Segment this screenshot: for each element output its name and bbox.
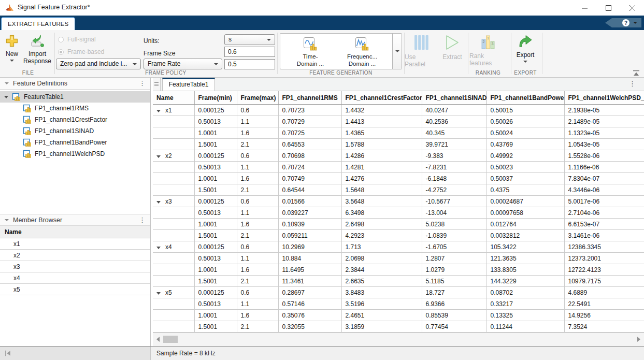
table-cell[interactable]: 0.50026: [486, 116, 564, 127]
table-cell[interactable]: 2.0698: [341, 253, 422, 264]
gallery-dropdown-button[interactable]: [392, 34, 402, 69]
name-cell[interactable]: [153, 139, 194, 150]
table-cell[interactable]: 10.884: [278, 253, 341, 264]
column-header-frame-max-[interactable]: Frame(max): [237, 91, 278, 105]
table-cell[interactable]: 0.50013: [194, 162, 237, 173]
table-cell[interactable]: 1.0279: [422, 264, 486, 276]
column-header-fp1-channel1welchpsd-[interactable]: FP1_channel1WelchPSD_: [564, 91, 644, 105]
scroll-right-icon[interactable]: [637, 337, 640, 342]
table-cell[interactable]: 0.70724: [278, 162, 341, 173]
column-header-name[interactable]: Name: [153, 91, 194, 105]
table-cell[interactable]: 1.4413: [341, 116, 422, 127]
name-cell[interactable]: [153, 310, 194, 321]
table-cell[interactable]: 2.6635: [341, 276, 422, 287]
table-cell[interactable]: 0.6: [237, 105, 278, 116]
table-cell[interactable]: 1.4276: [341, 173, 422, 184]
table-cell[interactable]: 0.6: [237, 150, 278, 162]
frame-rate-input[interactable]: [224, 59, 275, 69]
table-cell[interactable]: 1.0001: [194, 173, 237, 184]
table-cell[interactable]: 1.2807: [422, 253, 486, 264]
name-cell[interactable]: [153, 116, 194, 127]
table-cell[interactable]: 0.000125: [194, 150, 237, 162]
table-cell[interactable]: 11.3461: [278, 276, 341, 287]
table-row[interactable]: x50.0001250.60.286973.848318.7270.087024…: [153, 287, 644, 298]
table-cell[interactable]: 1.6: [237, 310, 278, 321]
name-cell[interactable]: [153, 207, 194, 219]
tree-item-fp1_channel1welchpsd[interactable]: FP1_channel1WelchPSD: [0, 148, 150, 160]
table-cell[interactable]: 1.1323e-05: [564, 127, 644, 139]
table-cell[interactable]: 1.4365: [341, 127, 422, 139]
units-dropdown[interactable]: s: [224, 34, 275, 45]
table-cell[interactable]: 0.50013: [194, 207, 237, 219]
column-header-fp1-channel1bandpower[interactable]: FP1_channel1BandPower: [486, 91, 564, 105]
table-cell[interactable]: 0.6: [237, 196, 278, 207]
table-row[interactable]: 1.00011.60.350762.46510.855390.1332514.9…: [153, 310, 644, 321]
overlap-policy-dropdown[interactable]: Zero-pad and include i...: [56, 59, 141, 69]
frame-rate-dropdown[interactable]: Frame Rate: [144, 59, 222, 69]
table-cell[interactable]: 1.713: [341, 241, 422, 253]
maximize-button[interactable]: [596, 0, 620, 16]
export-button[interactable]: Export: [512, 34, 539, 63]
table-cell[interactable]: 0.85539: [422, 310, 486, 321]
tab-featuretable1[interactable]: FeatureTable1: [162, 78, 215, 91]
table-cell[interactable]: 1.6: [237, 173, 278, 184]
table-cell[interactable]: 5.0017e-06: [564, 196, 644, 207]
table-row[interactable]: 1.00011.60.109392.64985.02380.0127646.61…: [153, 219, 644, 230]
table-cell[interactable]: 10.2969: [278, 241, 341, 253]
table-cell[interactable]: 0.13325: [486, 310, 564, 321]
table-cell[interactable]: -6.1848: [422, 173, 486, 184]
table-cell[interactable]: 4.2923: [341, 230, 422, 241]
table-cell[interactable]: 0.77454: [422, 321, 486, 333]
table-cell[interactable]: 0.08702: [486, 287, 564, 298]
name-cell[interactable]: x5: [153, 287, 194, 298]
table-cell[interactable]: 0.11244: [486, 321, 564, 333]
table-cell[interactable]: 0.50015: [486, 105, 564, 116]
horizontal-scrollbar[interactable]: [153, 333, 644, 346]
new-button[interactable]: New: [3, 34, 21, 62]
table-cell[interactable]: 0.00097658: [486, 207, 564, 219]
table-cell[interactable]: 1.1: [237, 253, 278, 264]
name-cell[interactable]: [153, 321, 194, 333]
rank-features-button[interactable]: 2 1 3 Rank features: [469, 34, 507, 67]
radio-frame-based[interactable]: Frame-based: [58, 48, 104, 55]
table-cell[interactable]: 1.5788: [341, 139, 422, 150]
member-row-x5[interactable]: x5: [0, 284, 150, 295]
table-cell[interactable]: 1.5001: [194, 321, 237, 333]
table-cell[interactable]: 1.0001: [194, 219, 237, 230]
member-row-x2[interactable]: x2: [0, 250, 150, 261]
frame-size-input[interactable]: [224, 47, 275, 57]
table-row[interactable]: 1.50012.10.645441.5648-4.27520.43754.344…: [153, 184, 644, 196]
table-cell[interactable]: 0.70749: [278, 173, 341, 184]
table-cell[interactable]: 0.000125: [194, 287, 237, 298]
table-cell[interactable]: -1.0839: [422, 230, 486, 241]
table-cell[interactable]: -7.8231: [422, 162, 486, 173]
table-cell[interactable]: 0.49992: [486, 150, 564, 162]
name-cell[interactable]: [153, 127, 194, 139]
table-cell[interactable]: 2.1: [237, 184, 278, 196]
table-cell[interactable]: 1.1: [237, 162, 278, 173]
table-cell[interactable]: 2.4651: [341, 310, 422, 321]
table-cell[interactable]: 1.0001: [194, 127, 237, 139]
table-cell[interactable]: 121.3635: [486, 253, 564, 264]
table-cell[interactable]: 1.0543e-05: [564, 139, 644, 150]
name-cell[interactable]: [153, 219, 194, 230]
name-cell[interactable]: x1: [153, 105, 194, 116]
table-cell[interactable]: 0.50013: [194, 116, 237, 127]
member-row-x4[interactable]: x4: [0, 272, 150, 284]
table-cell[interactable]: 40.0247: [422, 105, 486, 116]
table-cell[interactable]: 5.0238: [422, 219, 486, 230]
table-cell[interactable]: 0.000125: [194, 105, 237, 116]
table-cell[interactable]: 0.0032812: [486, 230, 564, 241]
table-cell[interactable]: 1.5528e-06: [564, 150, 644, 162]
tree-item-fp1_channel1crestfactor[interactable]: FP1_channel1CrestFactor: [0, 114, 150, 125]
table-cell[interactable]: 0.64553: [278, 139, 341, 150]
table-cell[interactable]: 0.6: [237, 287, 278, 298]
table-cell[interactable]: 3.8483: [341, 287, 422, 298]
more-options-icon[interactable]: ⋮: [629, 80, 636, 88]
table-cell[interactable]: 0.33217: [486, 298, 564, 310]
collapse-caret-icon[interactable]: [156, 201, 161, 204]
name-cell[interactable]: [153, 253, 194, 264]
name-cell[interactable]: [153, 162, 194, 173]
table-cell[interactable]: 12373.2001: [564, 253, 644, 264]
collapse-caret-icon[interactable]: [5, 219, 9, 221]
